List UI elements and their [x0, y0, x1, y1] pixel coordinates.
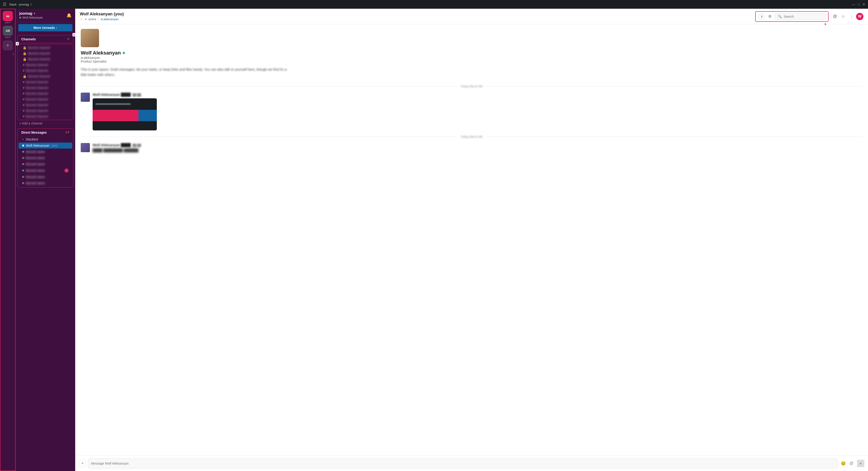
channel-name: blurred channel: [26, 63, 48, 67]
message-author: Wolf Aleksanyan ████: [93, 93, 131, 96]
chat-body: Wolf Aleksanyan w.aleksanyan Product Spe…: [75, 24, 868, 456]
channel-item[interactable]: # blurred channel: [19, 85, 72, 91]
workspace-name[interactable]: joomag ▾: [19, 11, 43, 15]
date-label: Today March 9th: [461, 135, 483, 138]
dm-item-wolf[interactable]: Wolf Aleksanyan (you): [19, 143, 72, 149]
channel-item[interactable]: # blurred channel: [19, 102, 72, 108]
maximize-button[interactable]: □: [858, 2, 860, 6]
secondary-workspace-icon[interactable]: AR: [3, 26, 13, 36]
message-header: Wolf Aleksanyan ████ ██:██: [93, 93, 863, 96]
workspace-secondary[interactable]: AR Ctrl+2: [3, 26, 13, 38]
workspace-joomag[interactable]: ∞ Ctrl+1: [3, 11, 13, 24]
channel-name: blurred channel: [28, 74, 50, 78]
channel-item[interactable]: # blurred channel: [19, 114, 72, 119]
dm-item[interactable]: blurred name !: [19, 167, 72, 174]
bell-icon[interactable]: 🔔: [66, 13, 71, 18]
star-icon[interactable]: ☆: [80, 17, 83, 21]
window-controls[interactable]: — □ ✕: [852, 2, 865, 6]
chat-header: Wolf Aleksanyan (you) ☆ ● active | w.ale…: [75, 9, 868, 24]
message-avatar: [81, 93, 90, 102]
add-channel-link[interactable]: + Add a channel: [16, 120, 75, 127]
message-author: Wolf Aleksanyan ████: [93, 143, 131, 147]
username-link[interactable]: w.aleksanyan: [101, 18, 119, 21]
chat-subtitle: ☆ ● active | w.aleksanyan: [80, 17, 752, 21]
chat-title: Wolf Aleksanyan (you): [80, 12, 752, 17]
mention-button[interactable]: @: [848, 460, 855, 467]
message-avatar: [81, 143, 90, 152]
dm-header: Direct Messages 5 +: [18, 129, 73, 136]
send-button[interactable]: ➤: [857, 460, 864, 467]
status-dot-empty: [22, 157, 24, 159]
channel-item[interactable]: 🔒 blurred channel: [19, 73, 72, 79]
more-button[interactable]: ⋮: [848, 13, 855, 20]
dm-name: blurred name: [26, 162, 45, 166]
channel-name: blurred channel: [26, 69, 48, 72]
hash-icon: #: [23, 63, 25, 67]
status-text: active: [89, 18, 96, 21]
joomag-icon[interactable]: ∞: [3, 11, 13, 21]
emoji-button[interactable]: 😊: [840, 460, 847, 467]
dm-item[interactable]: blurred name: [19, 180, 72, 186]
search-icon: 🔍: [778, 15, 782, 18]
profile-username: w.aleksanyan: [81, 56, 100, 60]
intro-text: This is your space. Draft messages, list…: [81, 67, 287, 77]
hash-icon: #: [23, 86, 25, 90]
annotation-3: 3: [72, 33, 75, 36]
minimize-button[interactable]: —: [852, 2, 855, 6]
channels-header[interactable]: Channels + 3: [18, 35, 73, 43]
channel-item[interactable]: 🔒 blurred channel: [19, 51, 72, 56]
channel-name: blurred channel: [28, 52, 50, 55]
annotation-4: 4: [16, 42, 19, 45]
channel-item[interactable]: # blurred channel: [19, 79, 72, 85]
channel-item[interactable]: 🔒 blurred channel: [19, 45, 72, 51]
menu-icon[interactable]: ☰: [3, 2, 6, 7]
hash-icon: #: [23, 103, 25, 107]
search-input[interactable]: [784, 15, 823, 18]
channel-item[interactable]: # blurred channel: [19, 108, 72, 114]
separator: |: [98, 18, 99, 21]
profile-title: Product Specialist: [81, 60, 106, 63]
annotation-6: 6: [825, 23, 826, 26]
add-workspace-button[interactable]: +: [3, 40, 13, 51]
image-bar: [95, 103, 131, 105]
message-time: ██:██: [132, 93, 141, 96]
hash-icon: #: [23, 109, 25, 113]
add-dm-icon[interactable]: +: [67, 130, 69, 135]
channel-item[interactable]: # blurred channel: [19, 68, 72, 73]
gear-button[interactable]: ⚙: [767, 13, 773, 20]
workspace-secondary-label: Ctrl+2: [5, 36, 10, 38]
close-button[interactable]: ✕: [863, 2, 865, 6]
dm-item[interactable]: blurred name: [19, 174, 72, 180]
message-image: [93, 98, 157, 130]
message-input-placeholder: [88, 459, 838, 469]
more-unreads-button[interactable]: More Unreads ↑: [18, 24, 72, 31]
hash-icon: #: [23, 80, 25, 84]
channel-item[interactable]: 🔒 blurred channel: [19, 56, 72, 62]
dm-item[interactable]: blurred name: [19, 161, 72, 167]
channel-item[interactable]: # blurred channel: [19, 96, 72, 102]
add-attachment-button[interactable]: +: [79, 460, 86, 467]
image-blue: [138, 110, 157, 121]
dm-item[interactable]: blurred name: [19, 155, 72, 161]
channel-item[interactable]: # blurred channel: [19, 91, 72, 96]
image-top: [93, 98, 157, 110]
at-button[interactable]: @: [831, 13, 839, 20]
dm-item-slackbot[interactable]: ♥ Slackbot: [19, 136, 72, 142]
channels-title: Channels: [21, 37, 36, 41]
profile-name-text: Wolf Aleksanyan: [81, 50, 121, 56]
header-right: ℹ ⚙ 🔍 6: [755, 11, 829, 22]
channel-name: blurred channel: [28, 46, 50, 50]
channel-item[interactable]: # blurred channel: [19, 62, 72, 68]
channel-name: blurred channel: [28, 57, 50, 61]
online-indicator: [123, 52, 125, 54]
add-channel-icon[interactable]: +: [67, 37, 69, 41]
channel-name: blurred channel: [26, 109, 48, 113]
profile-avatar-large: [81, 29, 99, 47]
profile-avatar-dot[interactable]: W: [856, 13, 863, 20]
star-button[interactable]: ☆: [840, 13, 847, 20]
annotation-2: 2: [30, 3, 32, 6]
info-button[interactable]: ℹ: [758, 13, 765, 20]
dm-item[interactable]: blurred name: [19, 149, 72, 155]
dm-name: blurred name: [26, 150, 45, 154]
message-input[interactable]: [91, 462, 835, 465]
